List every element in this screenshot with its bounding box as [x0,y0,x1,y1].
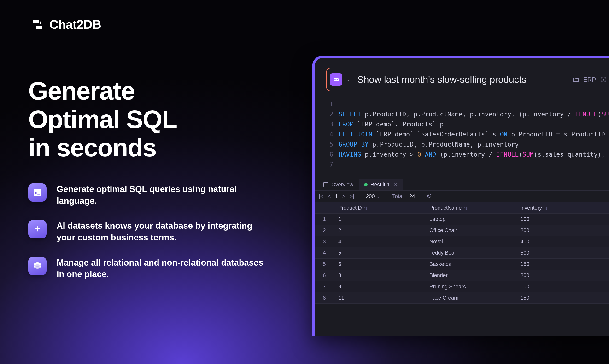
prompt-context-label: ERP [583,76,596,83]
svg-rect-0 [34,189,41,196]
prompt-source-icon[interactable] [330,73,342,86]
code-line: 7 [326,159,609,169]
column-header[interactable]: ProductID⇅ [334,202,425,214]
close-icon[interactable]: ✕ [394,182,398,187]
page-size-selector[interactable]: 200 ⌄ [366,193,381,199]
terminal-icon [28,183,46,202]
results-tabs: Overview Result 1 ✕ [315,179,609,191]
feature-list: Generate optimal SQL queries using natur… [28,183,287,280]
code-line: 6HAVING p.inventory > 0 AND (p.inventory… [326,149,609,159]
sparkle-icon [28,220,46,238]
tab-label: Result 1 [371,182,390,188]
cell: 150 [516,292,609,304]
column-header[interactable]: ProductName⇅ [425,202,516,214]
svg-rect-5 [333,78,339,81]
cell: 9 [334,281,425,292]
prompt-input[interactable]: Show last month's slow-selling products [357,74,566,85]
code-content: FROM `ERP_demo`.`Products` p [339,119,443,129]
cell: 100 [516,281,609,292]
row-number-header [315,202,334,214]
svg-point-4 [34,266,41,269]
code-line: 1 [326,99,609,109]
line-number: 6 [326,149,339,159]
column-header[interactable]: inventory⇅ [516,202,609,214]
table-row[interactable]: 811Face Cream150 [315,292,609,304]
cell: 8 [334,270,425,281]
table-row[interactable]: 11Laptop100 [315,214,609,225]
brand-name: Chat2DB [49,17,101,32]
results-table-wrap: ProductID⇅ProductName⇅inventory⇅ 11Lapto… [315,202,609,336]
line-number: 2 [326,109,339,119]
total-count: 24 [409,193,415,199]
code-line: 5GROUP BY p.ProductID, p.ProductName, p.… [326,139,609,149]
brand-mark-icon [31,18,44,31]
cell: Basketball [425,259,516,270]
table-row[interactable]: 56Basketball150 [315,259,609,270]
results-pager: |< < 1 > >| 200 ⌄ Total: 24 [315,191,609,202]
code-content: GROUP BY p.ProductID, p.ProductName, p.i… [339,139,519,149]
code-content: HAVING p.inventory > 0 AND (p.inventory … [339,149,605,159]
table-row[interactable]: 68Blender200 [315,270,609,281]
table-row[interactable]: 34Novel400 [315,236,609,247]
feature-item: Generate optimal SQL queries using natur… [28,183,287,207]
table-row[interactable]: 79Pruning Shears100 [315,281,609,292]
total-label: Total: [392,193,405,199]
cell: Novel [425,236,516,247]
row-number-cell: 8 [315,292,334,304]
overview-icon [323,182,329,187]
feature-text: Manage all relational and non-relational… [56,257,272,280]
app-window: ⌄ Show last month's slow-selling product… [312,56,609,336]
cell: 200 [516,270,609,281]
cell: 11 [334,292,425,304]
row-number-cell: 2 [315,225,334,236]
cell: 400 [516,236,609,247]
cell: 200 [516,225,609,236]
feature-text: AI datasets knows your database by integ… [56,220,272,243]
refresh-button[interactable] [427,193,432,200]
page-current: 1 [335,193,338,199]
cell: Face Cream [425,292,516,304]
help-icon[interactable]: ? [600,76,607,83]
tab-overview[interactable]: Overview [318,179,359,190]
code-line: 3FROM `ERP_demo`.`Products` p [326,119,609,129]
page-headline: Generate Optimal SQL in seconds [28,77,287,162]
status-dot-icon [364,183,368,186]
code-content: SELECT p.ProductID, p.ProductName, p.inv… [339,109,609,119]
cell: 150 [516,259,609,270]
row-number-cell: 4 [315,247,334,259]
cell: 100 [516,214,609,225]
folder-link-icon [572,76,580,83]
cell: 6 [334,259,425,270]
cell: Teddy Bear [425,247,516,259]
database-icon [28,257,46,275]
tab-label: Overview [331,182,353,188]
svg-rect-8 [324,182,328,187]
prompt-bar[interactable]: ⌄ Show last month's slow-selling product… [326,68,609,91]
table-row[interactable]: 45Teddy Bear500 [315,247,609,259]
row-number-cell: 6 [315,270,334,281]
line-number: 3 [326,119,339,129]
page-first-button[interactable]: |< [319,193,323,199]
feature-text: Generate optimal SQL queries using natur… [56,183,272,207]
line-number: 1 [326,99,339,109]
cell: 500 [516,247,609,259]
row-number-cell: 5 [315,259,334,270]
line-number: 4 [326,129,339,139]
chevron-down-icon[interactable]: ⌄ [346,76,350,83]
prompt-context-selector[interactable]: ERP ? [572,76,607,83]
cell: Pruning Shears [425,281,516,292]
page-next-button[interactable]: > [342,193,346,199]
cell: Laptop [425,214,516,225]
sql-editor[interactable]: 12SELECT p.ProductID, p.ProductName, p.i… [326,99,609,169]
feature-item: AI datasets knows your database by integ… [28,220,287,243]
results-table: ProductID⇅ProductName⇅inventory⇅ 11Lapto… [315,202,609,304]
table-row[interactable]: 22Office Chair200 [315,225,609,236]
row-number-cell: 3 [315,236,334,247]
cell: 2 [334,225,425,236]
cell: 4 [334,236,425,247]
tab-result-1[interactable]: Result 1 ✕ [359,179,403,190]
page-last-button[interactable]: >| [350,193,354,199]
svg-text:?: ? [603,77,605,81]
row-number-cell: 1 [315,214,334,225]
page-prev-button[interactable]: < [328,193,331,199]
